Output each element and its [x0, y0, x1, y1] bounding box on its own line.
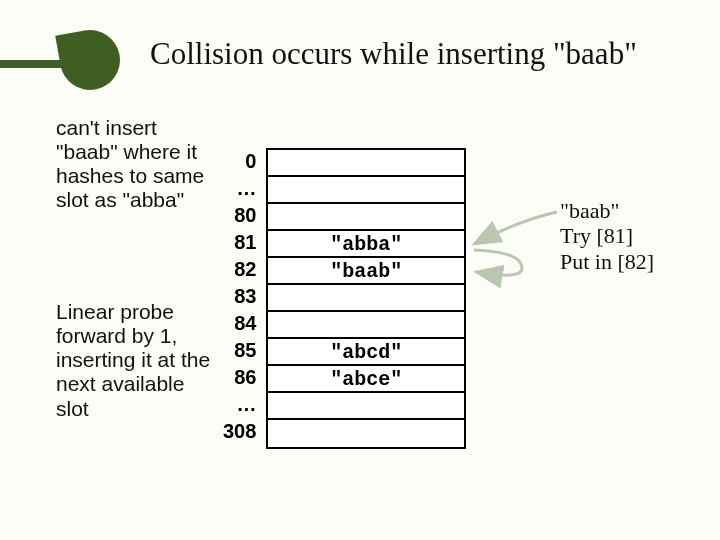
arrow-icon [474, 250, 522, 275]
index-column: 0 … 80 81 82 83 84 85 86 … 308 [223, 148, 266, 449]
table-row: "abcd" [268, 339, 464, 366]
table-row [268, 204, 464, 231]
step-put: Put in [82] [560, 249, 710, 274]
idx: 81 [234, 229, 256, 256]
accent-leaf [55, 25, 125, 95]
hash-table-diagram: 0 … 80 81 82 83 84 85 86 … 308 "abba" "b… [223, 148, 466, 449]
table-row [268, 420, 464, 447]
table-row: "abba" [268, 231, 464, 258]
table-row: "abce" [268, 366, 464, 393]
idx: 0 [245, 148, 256, 175]
idx: 84 [234, 310, 256, 337]
table-row [268, 177, 464, 204]
idx: 80 [234, 202, 256, 229]
idx: … [236, 391, 256, 418]
slide-title: Collision occurs while inserting "baab" [150, 36, 637, 72]
value-column: "abba" "baab" "abcd" "abce" [266, 148, 466, 449]
table-row [268, 285, 464, 312]
note-cannot-insert: can't insert "baab" where it hashes to s… [56, 116, 216, 213]
step-try: Try [81] [560, 223, 710, 248]
idx: 308 [223, 418, 256, 445]
idx: 83 [234, 283, 256, 310]
arrow-icon [474, 212, 557, 244]
table-row [268, 312, 464, 339]
note-linear-probe: Linear probe forward by 1, inserting it … [56, 300, 216, 421]
idx: 85 [234, 337, 256, 364]
idx: 86 [234, 364, 256, 391]
idx: 82 [234, 256, 256, 283]
table-row [268, 150, 464, 177]
table-row [268, 393, 464, 420]
insertion-steps: "baab" Try [81] Put in [82] [560, 198, 710, 274]
step-key: "baab" [560, 198, 710, 223]
idx: … [236, 175, 256, 202]
table-row: "baab" [268, 258, 464, 285]
